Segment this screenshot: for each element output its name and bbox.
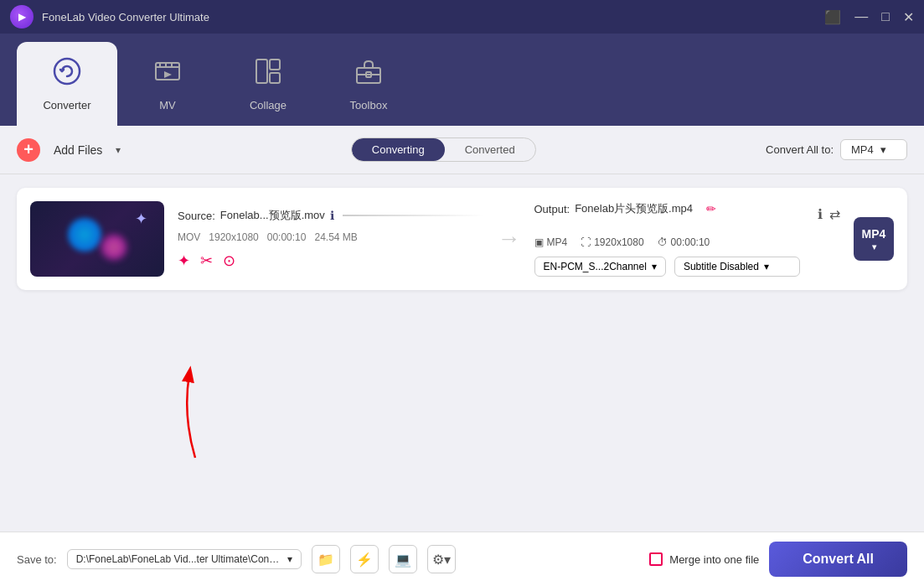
converting-tab[interactable]: Converting [352, 138, 445, 161]
tab-collage[interactable]: Collage [218, 42, 318, 126]
window-controls: ⬛ — □ ✕ [824, 9, 914, 25]
output-duration-value: 00:00:10 [671, 236, 710, 248]
output-format-value: MP4 [547, 236, 568, 248]
tab-mv-label: MV [159, 99, 176, 111]
hardware-icon: 💻 [395, 552, 411, 568]
mp4-badge-dropdown-icon: ▾ [872, 242, 876, 252]
output-fmt-icon: ▣ [534, 236, 544, 248]
file-info: Source: Fonelab...预览版.mov ℹ MOV 1920x108… [178, 208, 484, 270]
convert-arrow: → [498, 226, 521, 252]
merge-label: Merge into one file [669, 553, 759, 566]
file-source-row: Source: Fonelab...预览版.mov ℹ [178, 208, 484, 223]
output-format-meta: ▣ MP4 [534, 236, 568, 248]
flash-off-icon: ⚡ [356, 552, 373, 568]
tab-switcher: Converting Converted [351, 137, 536, 162]
save-path-value: D:\FoneLab\FoneLab Vid...ter Ultimate\Co… [76, 553, 281, 565]
save-to-label: Save to: [17, 553, 57, 566]
mp4-format-badge[interactable]: MP4 ▾ [854, 217, 894, 261]
output-info-icon[interactable]: ℹ [818, 206, 823, 222]
svg-rect-9 [270, 73, 280, 83]
convert-all-button[interactable]: Convert All [769, 542, 907, 577]
audio-arrow-icon: ▾ [652, 261, 657, 272]
main-content: ✦ Source: Fonelab...预览版.mov ℹ MOV 1920x1… [0, 174, 924, 585]
output-filename: Fonelab片头预览版.mp4 [575, 201, 693, 216]
toolbox-icon [354, 56, 384, 92]
merge-checkbox-box[interactable] [649, 552, 663, 566]
file-meta: MOV 1920x1080 00:00:10 24.54 MB [178, 231, 484, 243]
file-card: ✦ Source: Fonelab...预览版.mov ℹ MOV 1920x1… [17, 188, 907, 290]
output-dur-icon: ⏱ [658, 236, 668, 248]
format-selector[interactable]: MP4 ▾ [840, 139, 907, 160]
svg-rect-7 [256, 60, 267, 83]
footer: Save to: D:\FoneLab\FoneLab Vid...ter Ul… [0, 532, 924, 586]
maximize-icon[interactable]: □ [881, 9, 890, 24]
tabbar: Converter MV Collage [0, 34, 924, 126]
meta-duration: 00:00:10 [267, 231, 307, 243]
meta-size: 24.54 MB [314, 231, 357, 243]
output-dropdowns: EN-PCM_S...2Channel ▾ Subtitle Disabled … [534, 257, 841, 277]
source-info-icon[interactable]: ℹ [330, 209, 334, 222]
output-info: Output: Fonelab片头预览版.mp4 ✏ ℹ ⇄ ▣ MP4 ⛶ 1 [534, 201, 841, 277]
svg-marker-6 [164, 71, 172, 78]
hardware-accel-button[interactable]: 💻 [389, 545, 417, 573]
output-swap-icon[interactable]: ⇄ [829, 206, 840, 222]
output-resolution-meta: ⛶ 1920x1080 [581, 236, 643, 248]
magic-effects-icon[interactable]: ✦ [178, 252, 190, 270]
save-path-selector[interactable]: D:\FoneLab\FoneLab Vid...ter Ultimate\Co… [67, 549, 302, 569]
flash-off-button[interactable]: ⚡ [350, 545, 379, 573]
subtitle-arrow-icon: ▾ [764, 261, 769, 272]
meta-resolution: 1920x1080 [209, 231, 258, 243]
settings-button[interactable]: ⚙ ▾ [427, 545, 456, 573]
add-files-dropdown-arrow[interactable]: ▾ [116, 144, 121, 156]
app-title: FoneLab Video Converter Ultimate [42, 11, 824, 23]
settings-arrow-icon: ▾ [444, 552, 451, 568]
format-arrow-icon: ▾ [880, 143, 896, 156]
add-files-plus-button[interactable]: + [17, 138, 40, 162]
trim-icon[interactable]: ✂ [200, 252, 213, 270]
converted-tab[interactable]: Converted [445, 138, 535, 161]
mp4-badge-text: MP4 [862, 227, 886, 241]
tab-converter-label: Converter [43, 99, 90, 111]
audio-value: EN-PCM_S...2Channel [544, 261, 647, 272]
output-source-row: Output: Fonelab片头预览版.mp4 ✏ [534, 201, 716, 216]
convert-all-to-label: Convert All to: [766, 143, 834, 156]
settings-icon: ⚙ [432, 552, 444, 568]
minimize-icon[interactable]: — [854, 9, 868, 24]
output-meta: ▣ MP4 ⛶ 1920x1080 ⏱ 00:00:10 [534, 236, 841, 248]
subtitle-value: Subtitle Disabled [684, 261, 759, 272]
output-resolution-value: 1920x1080 [594, 236, 643, 248]
tab-toolbox[interactable]: Toolbox [318, 42, 419, 126]
output-label: Output: [534, 203, 570, 215]
audio-dropdown[interactable]: EN-PCM_S...2Channel ▾ [534, 257, 666, 277]
open-folder-button[interactable]: 📁 [312, 545, 340, 573]
titlebar: ▶ FoneLab Video Converter Ultimate ⬛ — □… [0, 0, 924, 34]
converter-icon [52, 56, 82, 92]
close-icon[interactable]: ✕ [903, 9, 914, 25]
toolbar: + Add Files ▾ Converting Converted Conve… [0, 126, 924, 174]
svg-point-0 [54, 59, 80, 84]
output-action-icons: ℹ ⇄ [818, 206, 840, 222]
mv-icon [152, 56, 183, 92]
tab-mv[interactable]: MV [117, 42, 218, 126]
output-edit-icon[interactable]: ✏ [706, 202, 716, 215]
edit-icon[interactable]: ⊙ [223, 252, 235, 270]
merge-checkbox[interactable]: Merge into one file [649, 552, 759, 566]
annotation-arrow [166, 366, 216, 466]
output-duration-meta: ⏱ 00:00:10 [658, 236, 710, 248]
svg-rect-8 [270, 60, 280, 70]
collage-icon [253, 56, 283, 92]
subtitle-dropdown[interactable]: Subtitle Disabled ▾ [674, 257, 800, 277]
captions-icon[interactable]: ⬛ [824, 9, 841, 25]
meta-format: MOV [178, 231, 200, 243]
file-actions: ✦ ✂ ⊙ [178, 252, 484, 270]
tab-collage-label: Collage [250, 99, 286, 111]
tab-toolbox-label: Toolbox [350, 99, 388, 111]
logo-icon: ▶ [18, 11, 26, 23]
file-thumbnail: ✦ [30, 201, 164, 277]
add-files-label[interactable]: Add Files [54, 143, 102, 157]
output-res-icon: ⛶ [581, 236, 591, 248]
thumbnail-art [64, 214, 131, 264]
convert-all-to: Convert All to: MP4 ▾ [766, 139, 907, 160]
tab-converter[interactable]: Converter [17, 42, 117, 126]
save-path-arrow-icon: ▾ [287, 553, 292, 565]
